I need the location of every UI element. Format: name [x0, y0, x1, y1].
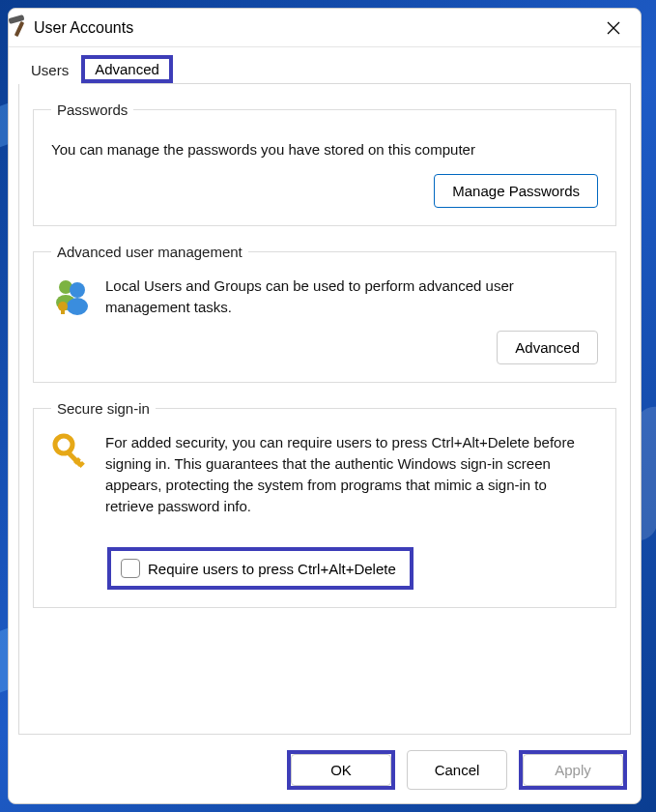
- tab-advanced[interactable]: Advanced: [81, 55, 173, 83]
- advanced-management-text: Local Users and Groups can be used to pe…: [105, 276, 598, 318]
- advanced-management-group: Advanced user management Local Users and…: [33, 244, 616, 384]
- key-icon: [51, 432, 92, 473]
- window-title: User Accounts: [34, 19, 594, 37]
- manage-passwords-button[interactable]: Manage Passwords: [434, 174, 598, 208]
- require-cad-checkbox[interactable]: [121, 559, 140, 578]
- require-cad-label: Require users to press Ctrl+Alt+Delete: [148, 561, 396, 577]
- advanced-button[interactable]: Advanced: [497, 331, 598, 364]
- ok-highlight: OK: [287, 750, 395, 790]
- apply-highlight: Apply: [519, 750, 627, 790]
- advanced-management-legend: Advanced user management: [51, 244, 248, 260]
- secure-signin-legend: Secure sign-in: [51, 400, 156, 417]
- tab-content: Passwords You can manage the passwords y…: [18, 83, 631, 735]
- users-groups-icon: [51, 276, 92, 316]
- passwords-group: Passwords You can manage the passwords y…: [33, 102, 616, 226]
- svg-point-6: [70, 282, 85, 298]
- svg-point-7: [67, 298, 88, 315]
- dialog-footer: OK Cancel Apply: [9, 744, 641, 803]
- tab-strip: Users Advanced: [9, 47, 641, 83]
- cancel-button[interactable]: Cancel: [407, 750, 507, 790]
- svg-rect-0: [14, 20, 24, 36]
- require-cad-highlight: Require users to press Ctrl+Alt+Delete: [107, 547, 414, 590]
- close-button[interactable]: [594, 13, 633, 44]
- tab-advanced-label: Advanced: [95, 61, 159, 77]
- secure-signin-group: Secure sign-in For added security, you c…: [33, 400, 616, 608]
- app-icon: [11, 18, 30, 38]
- close-icon: [607, 21, 620, 35]
- svg-point-10: [55, 436, 72, 453]
- secure-signin-text: For added security, you can require user…: [105, 432, 598, 516]
- user-accounts-dialog: User Accounts Users Advanced Passwords Y…: [8, 8, 642, 804]
- ok-button[interactable]: OK: [291, 754, 391, 786]
- titlebar: User Accounts: [9, 9, 641, 47]
- apply-button[interactable]: Apply: [523, 754, 623, 786]
- passwords-text: You can manage the passwords you have st…: [51, 139, 598, 160]
- passwords-legend: Passwords: [51, 102, 133, 118]
- svg-rect-9: [61, 304, 65, 314]
- tab-users[interactable]: Users: [18, 56, 81, 84]
